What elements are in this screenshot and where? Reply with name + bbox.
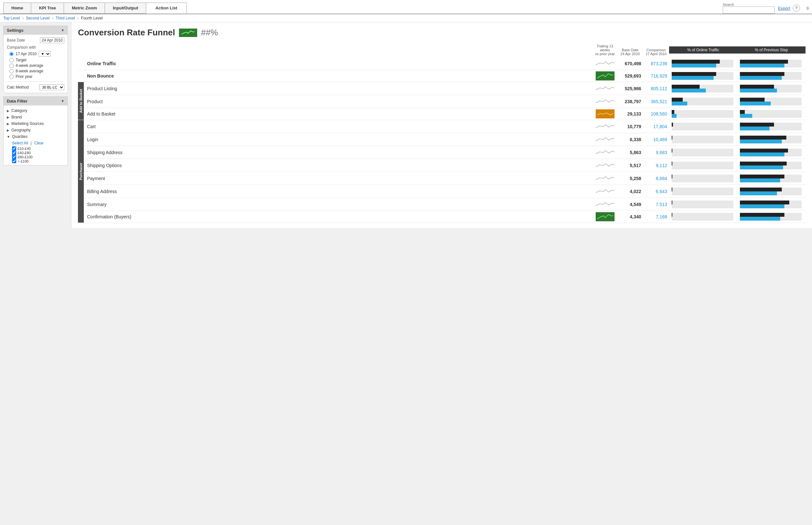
date-dropdown[interactable]: ▼: [39, 51, 51, 57]
comparison-value: 8,684: [643, 172, 669, 185]
calc-label: Calc Method: [7, 85, 29, 90]
comparison-value: 9,112: [643, 159, 669, 172]
online-traffic-bar: [669, 108, 737, 120]
online-traffic-bar: [669, 159, 737, 172]
online-traffic-bar: [669, 82, 737, 95]
help-button[interactable]: ?: [793, 4, 800, 12]
filter-brand[interactable]: ▶ Brand: [7, 114, 64, 120]
step-label: Product Listing: [84, 82, 593, 95]
step-label: Shipping Address: [84, 146, 593, 159]
base-value: 4,340: [617, 211, 643, 223]
page-number: 9: [807, 6, 809, 11]
base-value: 5,863: [617, 146, 643, 159]
base-value: 10,779: [617, 120, 643, 133]
step-label: Confirmation (Buyers): [84, 211, 593, 223]
prev-step-bar: [737, 146, 806, 159]
export-link[interactable]: Export: [778, 6, 790, 11]
sparkline-cell: [593, 198, 617, 211]
step-label: Summary: [84, 198, 593, 211]
breadcrumb-toplevel[interactable]: Top Level: [3, 16, 20, 20]
online-traffic-bar: [669, 146, 737, 159]
prev-step-bar: [737, 95, 806, 108]
base-date-label: Base Date: [7, 38, 25, 43]
category-arrow-icon: ▶: [7, 109, 10, 112]
step-label: Add to Basket: [84, 108, 593, 120]
step-label: Product: [84, 95, 593, 108]
breadcrumb: Top Level › Second Level › Third Level ›…: [0, 14, 812, 22]
quartile-over-100[interactable]: > £100: [12, 159, 64, 163]
step-label: Non Bounce: [84, 70, 593, 82]
nav-metric-zoom[interactable]: Metric Zoom: [64, 3, 105, 14]
sparkline-cell: [593, 133, 617, 146]
clear-link[interactable]: Clear: [34, 141, 44, 145]
base-date-value[interactable]: 24 Apr 2010: [40, 37, 64, 43]
prev-step-bar: [737, 172, 806, 185]
online-traffic-bar: [669, 172, 737, 185]
prev-step-bar: [737, 211, 806, 223]
table-row: Add to BasketProduct Listing 525,986805,…: [78, 82, 806, 95]
radio-prioryear[interactable]: Prior year: [10, 74, 64, 79]
radio-8week[interactable]: 8-week average: [10, 69, 64, 73]
select-all-link[interactable]: Select All: [12, 141, 28, 145]
prev-step-bar: [737, 159, 806, 172]
table-row: Summary 4,5497,513: [78, 198, 806, 211]
comparison-label: Comparison with: [7, 45, 64, 50]
quartile-80-100[interactable]: £80-£100: [12, 155, 64, 159]
calc-select[interactable]: 30 BL-LC: [39, 84, 64, 90]
sparkline-cell: [593, 159, 617, 172]
step-label: Payment: [84, 172, 593, 185]
filter-quartiles[interactable]: ▼ Quartiles: [7, 133, 64, 140]
comparison-value: 7,168: [643, 211, 669, 223]
breadcrumb-thirdlevel[interactable]: Third Level: [56, 16, 75, 20]
data-filter-header[interactable]: Data Filter ▼: [3, 97, 68, 105]
breadcrumb-fourthlevel: Fourth Level: [81, 16, 103, 20]
settings-header[interactable]: Settings ▼: [3, 26, 68, 35]
quartile-10-40[interactable]: £10-£40: [12, 146, 64, 151]
radio-17apr[interactable]: 17 Apr 2010 ▼: [10, 51, 64, 57]
filter-geography[interactable]: ▶ Geography: [7, 127, 64, 133]
step-label: Shipping Options: [84, 159, 593, 172]
search-label: Search: [723, 3, 775, 6]
settings-collapse-icon: ▼: [61, 29, 64, 32]
comparison-value: 716,929: [643, 70, 669, 82]
online-traffic-bar: [669, 198, 737, 211]
prev-step-bar: [737, 57, 806, 70]
prev-step-bar: [737, 185, 806, 198]
prev-step-bar: [737, 198, 806, 211]
radio-target[interactable]: Target: [10, 58, 64, 62]
breadcrumb-secondlevel[interactable]: Second Level: [26, 16, 50, 20]
geography-arrow-icon: ▶: [7, 129, 10, 132]
page-title: Conversion Rate Funnel ##%: [78, 28, 806, 38]
nav-input-output[interactable]: Input/Output: [105, 3, 146, 14]
sparkline-cell: [593, 108, 617, 120]
nav-kpi-tree[interactable]: KPI Tree: [31, 3, 64, 14]
comparison-value: 108,560: [643, 108, 669, 120]
col1-header: % of Online Traffic: [669, 44, 737, 57]
sparkline-cell: [593, 82, 617, 95]
nav-home[interactable]: Home: [3, 3, 31, 14]
quartile-40-80[interactable]: £40-£80: [12, 151, 64, 155]
sparkline-cell: [593, 70, 617, 82]
brand-arrow-icon: ▶: [7, 116, 10, 119]
nav-action-list[interactable]: Action List: [146, 3, 186, 14]
base-date-header: Base Date 24 Apr 2010: [617, 44, 643, 57]
table-row: Billing Address 4,0226,643: [78, 185, 806, 198]
radio-4week[interactable]: 4-week average: [10, 63, 64, 68]
col2-header: % of Previous Step: [737, 44, 806, 57]
prev-step-bar: [737, 82, 806, 95]
table-row: Non Bounce 529,693716,929: [78, 70, 806, 82]
base-value: 238,797: [617, 95, 643, 108]
online-traffic-bar: [669, 185, 737, 198]
table-row: Shipping Address 5,8639,683: [78, 146, 806, 159]
sparkline-cell: [593, 146, 617, 159]
sparkline-cell: [593, 95, 617, 108]
table-row: Product 238,797365,521: [78, 95, 806, 108]
base-value: 6,338: [617, 133, 643, 146]
sparkline-cell: [593, 120, 617, 133]
search-input[interactable]: [723, 6, 775, 14]
filter-category[interactable]: ▶ Category: [7, 107, 64, 114]
comparison-value: 873,239: [643, 57, 669, 70]
base-value: 4,022: [617, 185, 643, 198]
step-label: Login: [84, 133, 593, 146]
filter-marketing[interactable]: ▶ Marketing Sources: [7, 120, 64, 127]
